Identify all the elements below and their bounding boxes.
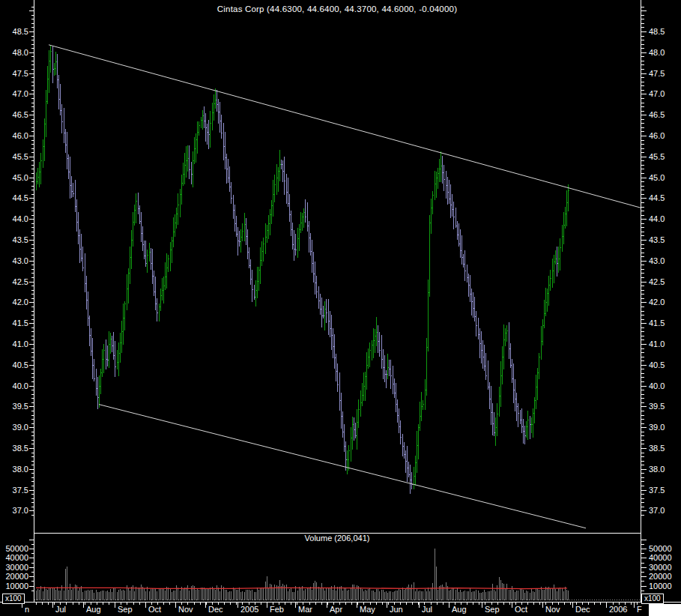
volume-ma-line: [36, 588, 567, 588]
volume-pane-title: Volume (206,041): [34, 534, 641, 543]
time-tick-label: Aug: [452, 605, 467, 614]
volume-tick-label: 20000: [649, 572, 672, 581]
time-tick-label: Mar: [298, 605, 312, 614]
price-tick-label: 46.5: [649, 110, 665, 119]
trendlines[interactable]: [49, 45, 641, 528]
price-tick-label: 45.0: [13, 173, 28, 182]
price-tick-label: 40.5: [13, 360, 28, 369]
price-tick-label: 40.5: [649, 360, 665, 369]
price-tick-label: 47.0: [649, 89, 665, 98]
time-axis-labels: nJulAugSepOctNovDec2005FebMarAprMayJunJu…: [22, 603, 643, 615]
time-tick-label: Jul: [422, 605, 432, 614]
price-tick-label: 38.0: [13, 465, 28, 474]
price-tick-label: 44.0: [13, 214, 28, 223]
price-tick-label: 39.5: [649, 402, 665, 411]
price-tick-label: 45.0: [649, 173, 665, 182]
time-tick-label: Aug: [86, 605, 101, 614]
price-tick-label: 46.0: [649, 131, 665, 140]
left-axis-multiplier-label: x100: [2, 594, 25, 604]
right-axis-multiplier-label: x100: [641, 594, 664, 604]
price-tick-label: 38.0: [649, 465, 665, 474]
price-tick-label: 38.5: [13, 444, 28, 453]
volume-tick-label: 10000: [5, 582, 28, 591]
volume-tick-label: 30000: [649, 563, 672, 572]
time-tick-label: Dec: [575, 605, 590, 614]
time-tick-label: Jun: [390, 605, 403, 614]
price-tick-label: 48.0: [13, 48, 28, 57]
price-tick-label: 44.5: [13, 193, 28, 202]
time-tick-label: Oct: [515, 605, 527, 614]
time-tick-label: Nov: [178, 605, 193, 614]
price-tick-label: 42.5: [649, 277, 665, 286]
time-tick-label: F: [637, 605, 642, 614]
chart-canvas[interactable]: 48.548.548.048.047.547.547.047.046.546.5…: [0, 0, 681, 616]
price-bars-up: [37, 46, 570, 489]
volume-bars: [37, 549, 569, 600]
chart-window: 48.548.548.048.047.547.547.047.046.546.5…: [0, 0, 681, 616]
time-tick-label: Sep: [485, 605, 500, 614]
price-tick-label: 41.5: [13, 318, 28, 327]
price-tick-label: 44.0: [649, 214, 665, 223]
price-tick-label: 43.0: [649, 256, 665, 265]
time-tick-label: n: [25, 605, 29, 614]
price-tick-label: 40.0: [649, 381, 665, 390]
price-tick-label: 41.0: [649, 339, 665, 348]
price-tick-label: 42.5: [13, 277, 28, 286]
volume-tick-marks: [29, 540, 647, 591]
price-tick-label: 43.5: [13, 235, 28, 244]
price-tick-label: 39.5: [13, 402, 28, 411]
time-tick-label: Feb: [270, 605, 284, 614]
chart-frame: [0, 0, 681, 603]
time-tick-label: Apr: [330, 605, 342, 614]
price-tick-label: 47.5: [649, 69, 665, 78]
corner-box: [649, 604, 681, 616]
price-tick-label: 43.5: [649, 235, 665, 244]
price-tick-label: 37.5: [13, 486, 28, 495]
volume-tick-label: 10000: [649, 582, 672, 591]
price-tick-label: 47.0: [13, 89, 28, 98]
volume-axis-labels: 5000050000400004000030000300002000020000…: [5, 544, 671, 591]
time-tick-label: Dec: [208, 605, 223, 614]
time-tick-label: Oct: [148, 605, 161, 614]
price-tick-label: 45.5: [13, 152, 28, 161]
volume-tick-label: 20000: [5, 572, 28, 581]
volume-tick-label: 30000: [5, 563, 28, 572]
price-tick-label: 47.5: [13, 69, 28, 78]
price-tick-label: 45.5: [649, 152, 665, 161]
price-tick-label: 48.0: [649, 48, 665, 57]
price-tick-label: 37.5: [649, 486, 665, 495]
time-tick-label: 2005: [240, 605, 258, 614]
price-tick-label: 41.5: [649, 318, 665, 327]
time-tick-label: 2006: [609, 605, 627, 614]
price-tick-label: 37.0: [649, 506, 665, 515]
price-tick-label: 44.5: [649, 193, 665, 202]
price-tick-label: 43.0: [13, 256, 28, 265]
price-tick-label: 38.5: [649, 444, 665, 453]
time-tick-label: Sep: [118, 605, 133, 614]
upper-channel-trendline[interactable]: [49, 45, 641, 208]
price-tick-label: 39.0: [13, 423, 28, 432]
price-tick-label: 40.0: [13, 381, 28, 390]
volume-tick-label: 50000: [5, 544, 28, 553]
price-tick-label: 42.0: [649, 298, 665, 307]
price-tick-label: 46.0: [13, 131, 28, 140]
price-tick-label: 48.5: [649, 27, 665, 36]
price-tick-label: 41.0: [13, 339, 28, 348]
time-tick-label: May: [360, 605, 375, 614]
volume-tick-label: 50000: [649, 544, 672, 553]
volume-tick-label: 40000: [5, 553, 28, 562]
volume-tick-label: 40000: [649, 553, 672, 562]
price-tick-label: 42.0: [13, 298, 28, 307]
price-tick-label: 37.0: [13, 506, 28, 515]
price-tick-label: 48.5: [13, 27, 28, 36]
price-tick-label: 46.5: [13, 110, 28, 119]
price-axis-labels: 48.548.548.048.047.547.547.047.046.546.5…: [13, 27, 665, 515]
time-tick-label: Jul: [55, 605, 66, 614]
chart-title: Cintas Corp (44.6300, 44.6400, 44.3700, …: [34, 4, 641, 13]
price-tick-label: 39.0: [649, 423, 665, 432]
time-tick-label: Nov: [545, 605, 560, 614]
